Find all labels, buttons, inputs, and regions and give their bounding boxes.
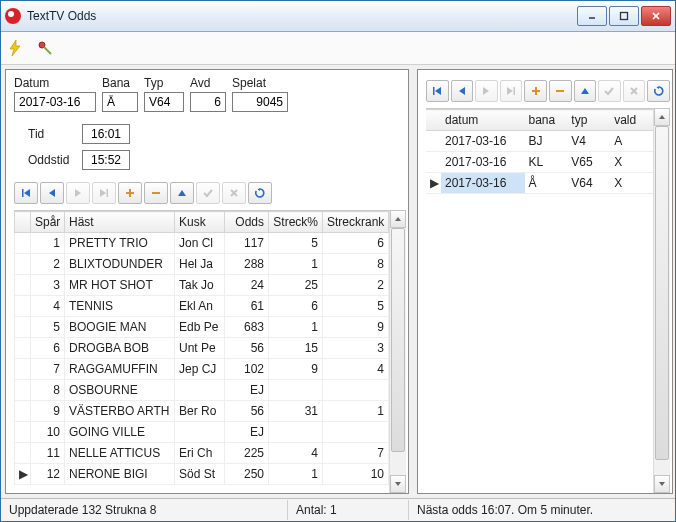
content-area: Datum Bana Typ Avd <box>1 65 675 498</box>
svg-marker-16 <box>178 190 186 196</box>
table-row[interactable]: 3MR HOT SHOTTak Jo24252 <box>15 275 389 296</box>
typ-label: Typ <box>144 76 184 90</box>
col2-bana[interactable]: bana <box>525 110 568 131</box>
nav-add-button[interactable] <box>524 80 547 102</box>
spelat-input[interactable] <box>232 92 288 112</box>
status-bar: Uppdaterade 132 Strukna 8 Antal: 1 Nästa… <box>1 498 675 521</box>
table-row[interactable]: ▶2017-03-16ÅV64X <box>426 173 653 194</box>
left-grid[interactable]: Spår Häst Kusk Odds Streck% Streckrank 1… <box>14 210 389 493</box>
col-spar[interactable]: Spår <box>31 212 65 233</box>
nav-up-button[interactable] <box>170 182 194 204</box>
table-row[interactable]: 2017-03-16BJV4A <box>426 131 653 152</box>
title-bar: TextTV Odds <box>1 1 675 32</box>
svg-rect-1 <box>621 13 628 20</box>
table-row[interactable]: 7RAGGAMUFFINJep CJ10294 <box>15 359 389 380</box>
table-row[interactable]: ▶12NERONE BIGISöd St250110 <box>15 464 389 485</box>
nav-last-button[interactable] <box>500 80 523 102</box>
datum-label: Datum <box>14 76 96 90</box>
maximize-button[interactable] <box>609 6 639 26</box>
svg-marker-11 <box>100 189 106 197</box>
svg-line-6 <box>44 47 51 54</box>
svg-marker-24 <box>459 87 465 95</box>
scroll-up-icon[interactable] <box>390 210 406 228</box>
table-row[interactable]: 4TENNISEkl An6165 <box>15 296 389 317</box>
close-button[interactable] <box>641 6 671 26</box>
status-right: Nästa odds 16:07. Om 5 minuter. <box>409 500 675 520</box>
datum-input[interactable] <box>14 92 96 112</box>
spelat-label: Spelat <box>232 76 288 90</box>
left-nav-toolbar <box>14 182 406 204</box>
app-icon <box>5 8 21 24</box>
right-scrollbar[interactable] <box>653 108 670 493</box>
svg-rect-27 <box>514 87 516 95</box>
main-toolbar <box>1 32 675 65</box>
wand-icon[interactable] <box>37 40 53 56</box>
col-streckrank[interactable]: Streckrank <box>323 212 389 233</box>
svg-marker-20 <box>395 217 401 221</box>
bana-label: Bana <box>102 76 138 90</box>
nav-first-button[interactable] <box>14 182 38 204</box>
nav-commit-button[interactable] <box>196 182 220 204</box>
svg-marker-25 <box>483 87 489 95</box>
svg-marker-4 <box>10 40 20 56</box>
table-row[interactable]: 9VÄSTERBO ARTHBer Ro56311 <box>15 401 389 422</box>
svg-marker-36 <box>659 482 665 486</box>
nav-last-button[interactable] <box>92 182 116 204</box>
svg-marker-10 <box>75 189 81 197</box>
nav-remove-button[interactable] <box>144 182 168 204</box>
nav-refresh-button[interactable] <box>647 80 670 102</box>
scroll-up-icon[interactable] <box>654 108 670 126</box>
oddstid-input[interactable] <box>82 150 130 170</box>
nav-commit-button[interactable] <box>598 80 621 102</box>
lightning-icon[interactable] <box>7 40 23 56</box>
nav-up-button[interactable] <box>574 80 597 102</box>
nav-prev-button[interactable] <box>40 182 64 204</box>
col2-datum[interactable]: datum <box>441 110 525 131</box>
scroll-down-icon[interactable] <box>390 475 406 493</box>
col-hast[interactable]: Häst <box>65 212 175 233</box>
table-row[interactable]: 2017-03-16KLV65X <box>426 152 653 173</box>
nav-next-button[interactable] <box>66 182 90 204</box>
nav-add-button[interactable] <box>118 182 142 204</box>
nav-cancel-button[interactable] <box>222 182 246 204</box>
avd-input[interactable] <box>190 92 226 112</box>
bana-input[interactable] <box>102 92 138 112</box>
col2-typ[interactable]: typ <box>567 110 610 131</box>
svg-rect-12 <box>107 189 109 197</box>
nav-cancel-button[interactable] <box>623 80 646 102</box>
right-panel: datum bana typ vald 2017-03-16BJV4A2017-… <box>417 69 673 494</box>
tid-label: Tid <box>28 127 76 141</box>
left-scrollbar[interactable] <box>389 210 406 493</box>
nav-remove-button[interactable] <box>549 80 572 102</box>
typ-input[interactable] <box>144 92 184 112</box>
table-row[interactable]: 1PRETTY TRIOJon Cl11756 <box>15 233 389 254</box>
nav-next-button[interactable] <box>475 80 498 102</box>
col-odds[interactable]: Odds <box>225 212 269 233</box>
col2-vald[interactable]: vald <box>610 110 653 131</box>
table-row[interactable]: 11NELLE ATTICUSEri Ch22547 <box>15 443 389 464</box>
table-row[interactable]: 10GOING VILLEEJ <box>15 422 389 443</box>
scroll-down-icon[interactable] <box>654 475 670 493</box>
tid-input[interactable] <box>82 124 130 144</box>
table-row[interactable]: 5BOOGIE MANEdb Pe68319 <box>15 317 389 338</box>
app-window: TextTV Odds Datum <box>0 0 676 522</box>
oddstid-label: Oddstid <box>28 153 76 167</box>
col-streckp[interactable]: Streck% <box>269 212 323 233</box>
right-grid[interactable]: datum bana typ vald 2017-03-16BJV4A2017-… <box>426 108 653 493</box>
svg-marker-31 <box>581 88 589 94</box>
svg-marker-26 <box>507 87 513 95</box>
nav-first-button[interactable] <box>426 80 449 102</box>
table-row[interactable]: 8OSBOURNEEJ <box>15 380 389 401</box>
nav-refresh-button[interactable] <box>248 182 272 204</box>
col-kusk[interactable]: Kusk <box>175 212 225 233</box>
minimize-button[interactable] <box>577 6 607 26</box>
table-row[interactable]: 6DROGBA BOBUnt Pe56153 <box>15 338 389 359</box>
svg-marker-22 <box>435 87 441 95</box>
status-antal: Antal: 1 <box>288 500 409 520</box>
svg-marker-19 <box>258 188 261 191</box>
svg-marker-21 <box>395 482 401 486</box>
nav-prev-button[interactable] <box>451 80 474 102</box>
svg-marker-9 <box>49 189 55 197</box>
filter-row: Datum Bana Typ Avd <box>14 76 406 172</box>
table-row[interactable]: 2BLIXTODUNDERHel Ja28818 <box>15 254 389 275</box>
